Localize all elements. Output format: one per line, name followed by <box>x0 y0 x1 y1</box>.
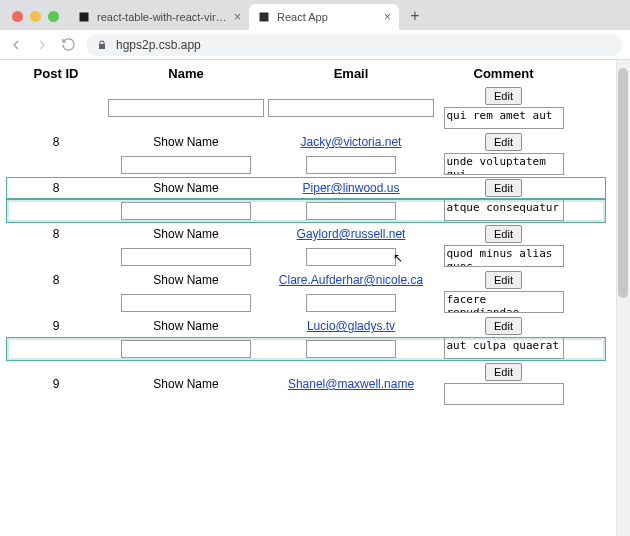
edit-name-input[interactable] <box>121 202 251 220</box>
tab-strip: react-table-with-react-virtuos × React A… <box>69 0 630 30</box>
window-titlebar: react-table-with-react-virtuos × React A… <box>0 0 630 30</box>
cell-email: Jacky@victoria.net <box>266 131 436 153</box>
edit-button[interactable]: Edit <box>485 363 522 381</box>
header-post-id[interactable]: Post ID <box>6 62 106 85</box>
cell-post-id: 8 <box>6 177 106 199</box>
comment-textarea[interactable]: facere repudiandae <box>444 291 564 313</box>
cell-name[interactable]: Show Name <box>106 131 266 153</box>
tab-label: react-table-with-react-virtuos <box>97 11 228 23</box>
edit-name-input[interactable] <box>121 156 251 174</box>
comment-textarea[interactable] <box>444 107 564 129</box>
cell-email: Clare.Aufderhar@nicole.ca <box>266 269 436 291</box>
svg-rect-0 <box>80 13 89 22</box>
forward-icon[interactable] <box>34 37 50 53</box>
filter-email-input[interactable] <box>268 99 434 117</box>
edit-name-input[interactable] <box>121 248 251 266</box>
table-row: 9Show NameLucio@gladys.tvEditaut culpa q… <box>6 315 606 337</box>
cell-post-id: 8 <box>6 131 106 153</box>
header-email[interactable]: Email <box>266 62 436 85</box>
browser-toolbar: hgps2p.csb.app <box>0 30 630 60</box>
edit-name-input[interactable] <box>121 294 251 312</box>
header-comment[interactable]: Comment <box>436 62 571 85</box>
table-row: 9Show NameShanel@maxwell.nameEdit <box>6 361 606 407</box>
cell-post-id: 9 <box>6 315 106 337</box>
data-table: Post ID Name Email Comment <box>6 62 606 407</box>
reload-icon[interactable] <box>60 37 76 53</box>
cell-name[interactable]: Show Name <box>106 269 266 291</box>
edit-button[interactable]: Edit <box>485 87 522 105</box>
comment-textarea[interactable] <box>444 383 564 405</box>
header-name[interactable]: Name <box>106 62 266 85</box>
cell-email: Lucio@gladys.tv <box>266 315 436 337</box>
comment-textarea[interactable]: atque consequatur <box>444 199 564 221</box>
email-link[interactable]: Jacky@victoria.net <box>301 135 402 149</box>
tab-label: React App <box>277 11 378 23</box>
edit-button[interactable]: Edit <box>485 225 522 243</box>
email-link[interactable]: Clare.Aufderhar@nicole.ca <box>279 273 423 287</box>
svg-rect-1 <box>260 13 269 22</box>
maximize-window-icon[interactable] <box>48 11 59 22</box>
edit-email-input[interactable] <box>306 294 396 312</box>
new-tab-button[interactable]: + <box>403 4 427 28</box>
cell-name[interactable]: Show Name <box>106 361 266 407</box>
react-favicon-icon <box>257 10 271 24</box>
edit-button[interactable]: Edit <box>485 133 522 151</box>
filter-name-input[interactable] <box>108 99 264 117</box>
table-row: 8Show NameJacky@victoria.netEditunde vol… <box>6 131 606 153</box>
comment-textarea[interactable]: aut culpa quaerat <box>444 337 564 359</box>
codesandbox-favicon-icon <box>77 10 91 24</box>
cell-email: Shanel@maxwell.name <box>266 361 436 407</box>
tab-active[interactable]: React App × <box>249 4 399 30</box>
edit-email-input[interactable] <box>306 340 396 358</box>
email-link[interactable]: Piper@linwood.us <box>303 181 400 195</box>
address-bar[interactable]: hgps2p.csb.app <box>86 34 622 56</box>
minimize-window-icon[interactable] <box>30 11 41 22</box>
table-row: 8Show NameGaylord@russell.netEditquod mi… <box>6 223 606 245</box>
close-window-icon[interactable] <box>12 11 23 22</box>
edit-email-input[interactable] <box>306 202 396 220</box>
table-row: 8Show NamePiper@linwood.usEditatque cons… <box>6 177 606 199</box>
cell-post-id: 8 <box>6 269 106 291</box>
cell-name[interactable]: Show Name <box>106 223 266 245</box>
email-link[interactable]: Shanel@maxwell.name <box>288 377 414 391</box>
cell-post-id: 8 <box>6 223 106 245</box>
lock-icon <box>96 39 108 51</box>
edit-email-input[interactable] <box>306 156 396 174</box>
edit-email-input[interactable] <box>306 248 396 266</box>
comment-textarea[interactable]: unde voluptatem qui <box>444 153 564 175</box>
edit-button[interactable]: Edit <box>485 317 522 335</box>
edit-button[interactable]: Edit <box>485 179 522 197</box>
email-link[interactable]: Gaylord@russell.net <box>297 227 406 241</box>
tab-inactive[interactable]: react-table-with-react-virtuos × <box>69 4 249 30</box>
back-icon[interactable] <box>8 37 24 53</box>
cell-name[interactable]: Show Name <box>106 177 266 199</box>
cell-email: Piper@linwood.us <box>266 177 436 199</box>
cell-name[interactable]: Show Name <box>106 315 266 337</box>
cell-email: Gaylord@russell.net <box>266 223 436 245</box>
header-comment-label: Comment <box>474 66 534 81</box>
address-text: hgps2p.csb.app <box>116 38 201 52</box>
traffic-lights <box>0 11 69 30</box>
table-row: 8Show NameClare.Aufderhar@nicole.caEditf… <box>6 269 606 291</box>
email-link[interactable]: Lucio@gladys.tv <box>307 319 395 333</box>
cell-post-id: 9 <box>6 361 106 407</box>
close-tab-icon[interactable]: × <box>384 10 391 24</box>
edit-name-input[interactable] <box>121 340 251 358</box>
edit-button[interactable]: Edit <box>485 271 522 289</box>
close-tab-icon[interactable]: × <box>234 10 241 24</box>
comment-textarea[interactable]: quod minus alias quos <box>444 245 564 267</box>
